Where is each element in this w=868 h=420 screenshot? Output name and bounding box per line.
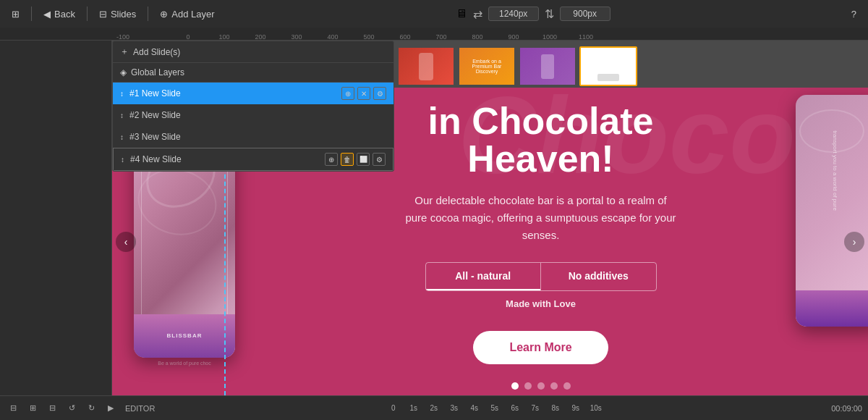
slide-1-label: #1 New Slide [129, 88, 181, 98]
back-button[interactable]: ◀ Back [38, 6, 81, 22]
timeline: 0 1s 2s 3s 4s 5s 6s 7s 8s 9s 10s [162, 404, 827, 412]
swap-icon: ⇄ [473, 7, 482, 21]
headline-line2: Heaven! [467, 138, 613, 180]
slide-2-delete-btn[interactable]: ✕ [357, 109, 370, 122]
slide-item-4[interactable]: ↕ #4 New Slide ⊕ 🗑 ⬜ ⚙ [113, 148, 393, 171]
slides-icon: ⊟ [99, 9, 107, 20]
layers-button[interactable]: ⊟ [45, 402, 60, 414]
main-area: ＋ Add Slide(s) ◈ Global Layers ↕ #1 New … [0, 41, 868, 395]
slide-1-settings-btn[interactable]: ⚙ [373, 87, 386, 100]
dot-1[interactable] [511, 382, 519, 390]
slide-4-copy-btn[interactable]: ⊕ [325, 153, 338, 166]
dot-4[interactable] [550, 382, 558, 390]
add-slides-button[interactable]: ＋ Add Slide(s) [113, 41, 393, 63]
ruler-mark: 0 [170, 33, 206, 41]
timeline-5s: 5s [488, 404, 502, 412]
feature-all-natural[interactable]: All - natural [426, 263, 541, 290]
timeline-6s: 6s [508, 404, 522, 412]
slide-icon-2: ↕ [120, 112, 124, 119]
zoom-out-button[interactable]: ⊟ [6, 402, 21, 414]
add-layer-button[interactable]: ⊕ Add Layer [154, 6, 220, 22]
slide-item-1[interactable]: ↕ #1 New Slide ⊕ ✕ ⚙ [113, 83, 393, 104]
thumb-3[interactable] [519, 46, 576, 86]
thumb-4-inner [581, 48, 636, 85]
slide-item-2[interactable]: ↕ #2 New Slide ⊕ ✕ ⚙ [113, 104, 393, 126]
play-button[interactable]: ▶ [103, 402, 118, 414]
wp-icon: ⊞ [12, 9, 20, 20]
add-slides-label: Add Slide(s) [133, 47, 180, 57]
thumb-1[interactable] [397, 46, 455, 86]
made-with-text: Made with Love [506, 298, 576, 309]
choc-brand-text: BLISSBAR [167, 332, 203, 339]
slide-4-label: #4 New Slide [130, 154, 182, 164]
dot-5[interactable] [563, 382, 571, 390]
slide-3-label: #3 New Slide [129, 132, 181, 142]
prev-slide-button[interactable]: ‹ [116, 232, 136, 252]
bottom-toolbar: ⊟ ⊞ ⊟ ↺ ↻ ▶ EDITOR 0 1s 2s 3s 4s 5s 6s 7… [0, 395, 868, 420]
slide-3-settings-btn[interactable]: ⚙ [373, 130, 386, 143]
features-container: All - natural No additives [425, 262, 657, 291]
slide-4-settings-btn[interactable]: ⬜ [357, 153, 370, 166]
slide-3-delete-btn[interactable]: ✕ [357, 130, 370, 143]
ruler-mark: 100 [206, 33, 242, 41]
slide-2-label: #2 New Slide [129, 110, 181, 120]
slide-4-actions: ⊕ 🗑 ⬜ ⚙ [325, 153, 386, 166]
timeline-9s: 9s [569, 404, 583, 412]
sidebar [0, 41, 112, 395]
monitor-icon: 🖥 [456, 7, 467, 20]
add-layer-label: Add Layer [171, 9, 214, 20]
right-text: transport you to a world of pure [832, 130, 838, 211]
ruler-mark: 400 [315, 33, 351, 41]
undo-button[interactable]: ↺ [64, 402, 80, 414]
slide-icon: ↕ [120, 90, 124, 98]
global-layers-button[interactable]: ◈ Global Layers [113, 63, 393, 83]
timeline-4s: 4s [467, 404, 482, 412]
choc-bar-right-container: transport you to a world of pure [796, 95, 868, 327]
ruler-mark: 1100 [568, 33, 604, 41]
slide-icon-3: ↕ [120, 133, 124, 141]
slide-1-copy-btn[interactable]: ⊕ [341, 87, 354, 100]
slide-icon-4: ↕ [121, 156, 124, 164]
plus-icon: ＋ [120, 46, 129, 58]
slide-4-delete-btn[interactable]: 🗑 [341, 153, 354, 166]
headline-line1: in Chocolate [427, 100, 653, 142]
slide-item-3[interactable]: ↕ #3 New Slide ⊕ ✕ ⚙ [113, 126, 393, 148]
zoom-in-button[interactable]: ⊞ [25, 402, 41, 414]
slide-2-copy-btn[interactable]: ⊕ [341, 109, 354, 122]
thumb-2[interactable]: Embark on aPremium BarDiscovery [458, 46, 516, 86]
subtext: Our delectable chocolate bar is a portal… [404, 192, 678, 244]
width-input[interactable] [488, 7, 539, 21]
timeline-8s: 8s [548, 404, 563, 412]
editor-label: EDITOR [125, 404, 155, 413]
height-input[interactable] [560, 7, 610, 21]
headline: in Chocolate Heaven! [427, 102, 653, 177]
toolbar-center: 🖥 ⇄ ⇅ [224, 7, 843, 21]
back-icon: ◀ [43, 9, 51, 20]
feature-no-additives[interactable]: No additives [541, 263, 656, 290]
swap-icon-2: ⇅ [545, 7, 554, 21]
slide-3-copy-btn[interactable]: ⊕ [341, 130, 354, 143]
top-toolbar: ⊞ ◀ Back ⊟ Slides ⊕ Add Layer 🖥 ⇄ ⇅ ? [0, 0, 868, 28]
toolbar-right: ? [846, 6, 862, 22]
ruler-mark: 900 [495, 33, 532, 41]
dot-3[interactable] [537, 382, 545, 390]
learn-more-button[interactable]: Learn More [473, 331, 608, 364]
slides-button[interactable]: ⊟ Slides [93, 6, 142, 22]
slide-1-delete-btn[interactable]: ✕ [357, 87, 370, 100]
pagination [511, 382, 571, 390]
help-button[interactable]: ? [846, 6, 862, 22]
layers-icon: ◈ [120, 67, 127, 77]
redo-button[interactable]: ↻ [84, 402, 99, 414]
add-layer-icon: ⊕ [160, 9, 168, 20]
wp-logo[interactable]: ⊞ [6, 6, 25, 22]
slide-4-gear-btn[interactable]: ⚙ [373, 153, 386, 166]
ruler-marks: -100 0 100 200 300 400 500 600 700 800 9… [112, 28, 604, 41]
next-slide-button[interactable]: › [844, 232, 864, 252]
feature-no-additives-label: No additives [569, 270, 629, 282]
slide-2-settings-btn[interactable]: ⚙ [373, 109, 386, 122]
thumb-4[interactable] [579, 46, 637, 86]
global-layers-label: Global Layers [131, 67, 184, 77]
dot-2[interactable] [524, 382, 532, 390]
ruler-mark: 600 [387, 33, 423, 41]
choc-tagline: Be a world of pure choc [134, 361, 235, 366]
